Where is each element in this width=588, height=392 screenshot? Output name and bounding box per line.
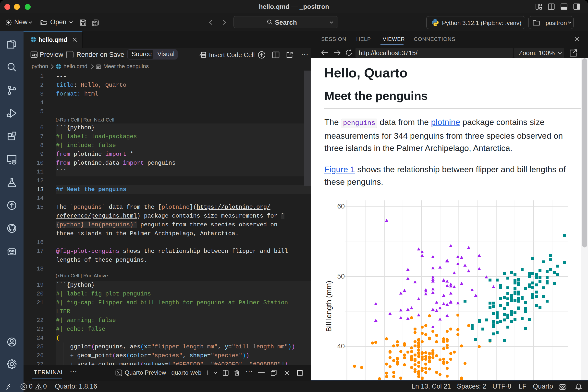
svg-text:Bill length (mm): Bill length (mm) — [324, 281, 333, 332]
svg-text:60: 60 — [337, 202, 345, 210]
svg-text:40: 40 — [337, 342, 345, 350]
svg-text:50: 50 — [337, 272, 345, 280]
